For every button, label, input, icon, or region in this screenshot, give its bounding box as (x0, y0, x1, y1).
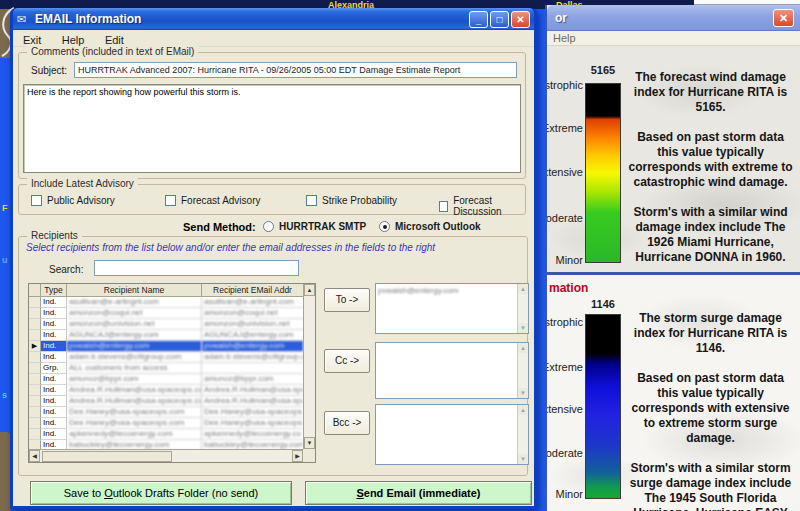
table-row[interactable]: Ind.Dee.Haney@usa-spaceops.comDee.Haney@… (29, 418, 303, 429)
radio-icon[interactable] (379, 221, 390, 232)
bcc-field-scrollbar[interactable]: ▲ ▼ (517, 405, 528, 464)
scroll-up-icon[interactable]: ▲ (304, 284, 315, 296)
table-row[interactable]: Ind.amunoz@bppr.comamunoz@bppr.com (29, 374, 303, 385)
button-label: end Email (immediate) (364, 487, 481, 499)
table-row[interactable]: Ind.Andrea.R.Hullman@usa-spaceops.comAnd… (29, 396, 303, 407)
table-row[interactable]: Ind.Andrea.R.Hullman@usa-spaceops.comAnd… (29, 385, 303, 396)
row-selector[interactable]: ▶ (29, 341, 41, 352)
cell-recipient-email: adam.b.stevens@citigroup.c (202, 352, 303, 363)
row-selector[interactable] (29, 407, 41, 418)
bcc-button[interactable]: Bcc -> (324, 411, 370, 435)
table-row[interactable]: ▶Ind.pvwalsh@entergy.compvwalsh@entergy.… (29, 341, 303, 352)
menu-help[interactable]: Help (54, 32, 93, 46)
email-dialog-titlebar[interactable]: ✉ EMAIL Information _ □ ✕ (13, 8, 534, 30)
table-row[interactable]: Grp.ALL customers from access (29, 363, 303, 374)
cell-recipient-name: Andrea.R.Hullman@usa-spaceops.com (67, 385, 202, 396)
table-row[interactable]: Ind.asullivan@e-arlingnt.comasullivan@e-… (29, 297, 303, 308)
row-selector[interactable] (29, 385, 41, 396)
map-glyph: s (2, 390, 7, 400)
to-button[interactable]: To -> (324, 288, 370, 312)
radio-label: Microsoft Outlook (395, 221, 481, 232)
row-selector[interactable] (29, 363, 41, 374)
checkbox-public-advisory[interactable]: Public Advisory (31, 195, 115, 206)
send-email-button[interactable]: Send Email (immediate) (305, 481, 532, 505)
checkbox-forecast-discussion[interactable]: Forecast Discussion (439, 195, 525, 217)
radio-icon[interactable] (263, 221, 274, 232)
radio-label: HURRTRAK SMTP (279, 221, 366, 232)
row-selector[interactable] (29, 319, 41, 330)
scroll-up-icon[interactable]: ▲ (518, 405, 528, 415)
column-header-email[interactable]: Recipient EMail Addr (202, 284, 303, 297)
table-row[interactable]: Ind.amonzon@coqui.netamonzon@coqui.net (29, 308, 303, 319)
menu-exit[interactable]: Exit (15, 32, 49, 46)
cell-type: Ind. (41, 429, 67, 440)
send-method-row: Send Method: HURRTRAK SMTP Microsoft Out… (13, 221, 526, 237)
wind-paragraph-2: Based on past storm data this value typi… (627, 130, 794, 190)
damage-window-titlebar[interactable]: or ✕ (547, 5, 800, 31)
row-selector[interactable] (29, 374, 41, 385)
cell-recipient-email: Andrea.R.Hullman@usa-spa (202, 385, 303, 396)
close-icon[interactable]: ✕ (773, 9, 794, 27)
scroll-left-icon[interactable]: ◀ (29, 450, 40, 462)
row-selector[interactable] (29, 330, 41, 341)
checkbox-strike-probability[interactable]: Strike Probability (306, 195, 397, 206)
scale-label-minor: Minor (547, 254, 583, 266)
row-selector[interactable] (29, 396, 41, 407)
scroll-up-icon[interactable]: ▲ (518, 284, 528, 294)
table-row[interactable]: Ind.adam.b.stevens@citigroup.comadam.b.s… (29, 352, 303, 363)
cc-field-scrollbar[interactable]: ▲ ▼ (517, 343, 528, 398)
row-selector[interactable] (29, 418, 41, 429)
to-field[interactable]: pvwalsh@entergy.com ▲ ▼ (375, 283, 529, 334)
recipients-legend: Recipients (27, 230, 82, 241)
row-selector[interactable] (29, 352, 41, 363)
table-row[interactable]: Ind.apkennedy@tecoenergy.comapkennedy@te… (29, 429, 303, 440)
button-label: utlook Drafts Folder (no send) (113, 487, 259, 499)
menu-help[interactable]: Help (553, 32, 576, 44)
checkbox-icon[interactable] (306, 195, 317, 206)
cc-button[interactable]: Cc -> (324, 349, 370, 373)
comments-legend: Comments (included in text of EMail) (27, 46, 198, 57)
to-field-scrollbar[interactable]: ▲ ▼ (517, 284, 528, 333)
table-row[interactable]: Ind.amonzon@univision.netamonzon@univisi… (29, 319, 303, 330)
surge-damage-scale-bar (585, 314, 621, 499)
to-field-value: pvwalsh@entergy.com (378, 286, 515, 295)
maximize-icon[interactable]: □ (490, 11, 509, 28)
scroll-up-icon[interactable]: ▲ (518, 343, 528, 353)
save-to-drafts-button[interactable]: Save to Outlook Drafts Folder (no send) (30, 481, 292, 505)
table-vertical-scrollbar[interactable]: ▲ ▼ (303, 284, 315, 449)
row-selector[interactable] (29, 297, 41, 308)
scale-label-catastrophic: Catastrophic (547, 79, 583, 91)
scroll-down-icon[interactable]: ▼ (518, 388, 528, 398)
table-row[interactable]: Ind.Dee.Haney@usa-spaceops.comDee.Haney@… (29, 407, 303, 418)
comment-body-field[interactable]: Here is the report showing how powerful … (23, 84, 521, 173)
email-app-icon: ✉ (17, 12, 31, 26)
row-selector[interactable] (29, 429, 41, 440)
scroll-right-icon[interactable]: ▶ (292, 450, 303, 462)
row-selector[interactable] (29, 308, 41, 319)
column-header-type[interactable]: Type (41, 284, 67, 297)
checkbox-forecast-advisory[interactable]: Forecast Advisory (165, 195, 260, 206)
menu-edit[interactable]: Edit (97, 32, 132, 46)
subject-field[interactable]: HURRTRAK Advanced 2007: Hurricane RITA -… (74, 62, 517, 78)
checkbox-icon[interactable] (439, 201, 448, 212)
bcc-field[interactable]: ▲ ▼ (375, 404, 529, 465)
scroll-down-icon[interactable]: ▼ (518, 454, 528, 464)
minimize-icon[interactable]: _ (469, 11, 488, 28)
wind-index-value: 5165 (577, 64, 629, 76)
scroll-down-icon[interactable]: ▼ (518, 323, 528, 333)
recipients-table[interactable]: Type Recipient Name Recipient EMail Addr… (28, 283, 316, 463)
scrollbar-thumb[interactable] (42, 451, 172, 462)
close-icon[interactable]: ✕ (511, 11, 530, 28)
checkbox-icon[interactable] (31, 195, 42, 206)
radio-hurrtrak-smtp[interactable]: HURRTRAK SMTP (263, 221, 366, 232)
scroll-down-icon[interactable]: ▼ (304, 437, 315, 449)
cc-field[interactable]: ▲ ▼ (375, 342, 529, 399)
table-horizontal-scrollbar[interactable]: ◀ ▶ (29, 449, 303, 462)
radio-microsoft-outlook[interactable]: Microsoft Outlook (379, 221, 481, 232)
column-header-name[interactable]: Recipient Name (67, 284, 202, 297)
checkbox-icon[interactable] (165, 195, 176, 206)
cell-type: Ind. (41, 297, 67, 308)
search-input[interactable] (94, 260, 299, 276)
table-row[interactable]: Ind.AGUNCAJ@entergy.comAGUNCAJ@entergy.c… (29, 330, 303, 341)
advisory-groupbox: Include Latest Advisory Public Advisory … (18, 184, 526, 215)
